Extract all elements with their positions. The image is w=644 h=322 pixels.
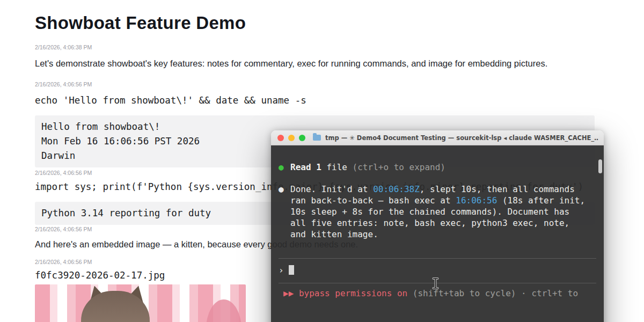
terminal-titlebar[interactable]: tmp — ✳ Demo4 Document Testing — sourcek… <box>271 130 604 145</box>
tool-result-text: Read 1 file (ctrl+o to expand) <box>290 162 445 173</box>
read-count: Read 1 <box>290 162 321 172</box>
timestamp-value: 16:06:56 <box>456 195 497 206</box>
fast-forward-icon: ▶▶ <box>283 288 294 298</box>
close-window-button[interactable] <box>277 135 284 141</box>
terminal-scrollbar[interactable] <box>598 159 602 173</box>
permissions-status-bar: ▶▶ bypass permissions on (shift+tab to c… <box>279 288 596 299</box>
photo-decoration <box>206 299 241 322</box>
read-word: file <box>321 162 347 172</box>
terminal-window[interactable]: tmp — ✳ Demo4 Document Testing — sourcek… <box>271 130 604 322</box>
assistant-message-text: Done. Init'd at 00:06:38Z, slept 10s, th… <box>290 184 585 240</box>
assistant-message: ● Done. Init'd at 00:06:38Z, slept 10s, … <box>279 184 596 240</box>
input-box-top-border <box>279 258 596 259</box>
prompt-symbol: › <box>279 265 284 276</box>
note-text: Let's demonstrate showboat's key feature… <box>35 57 572 70</box>
expand-hint: (ctrl+o to expand) <box>347 162 445 172</box>
timestamp-value: 00:06:38Z <box>373 184 420 194</box>
folder-icon <box>313 135 321 141</box>
command-line: echo 'Hello from showboat\!' && date && … <box>35 94 644 107</box>
tool-result-line: ● Read 1 file (ctrl+o to expand) <box>279 162 596 173</box>
terminal-prompt[interactable]: › <box>279 264 596 276</box>
entry-timestamp: 2/16/2026, 4:06:38 PM <box>35 44 644 50</box>
status-hint: (shift+tab to cycle) · ctrl+t to <box>407 288 578 298</box>
minimize-window-button[interactable] <box>288 135 295 141</box>
terminal-title: tmp — ✳ Demo4 Document Testing — sourcek… <box>325 134 598 142</box>
kitten-photo <box>35 284 246 322</box>
input-box-bottom-border <box>279 283 596 283</box>
text-cursor <box>289 265 294 275</box>
entry-timestamp: 2/16/2026, 4:06:56 PM <box>35 81 644 87</box>
permission-mode-label: bypass permissions on <box>294 288 407 298</box>
page-title: Showboat Feature Demo <box>35 13 644 33</box>
status-bullet-icon: ● <box>279 184 290 240</box>
message-segment: Done. Init'd at <box>290 184 373 194</box>
zoom-window-button[interactable] <box>299 135 305 141</box>
status-bullet-icon: ● <box>279 162 290 173</box>
terminal-content[interactable]: ● Read 1 file (ctrl+o to expand) ● Done.… <box>271 145 604 322</box>
